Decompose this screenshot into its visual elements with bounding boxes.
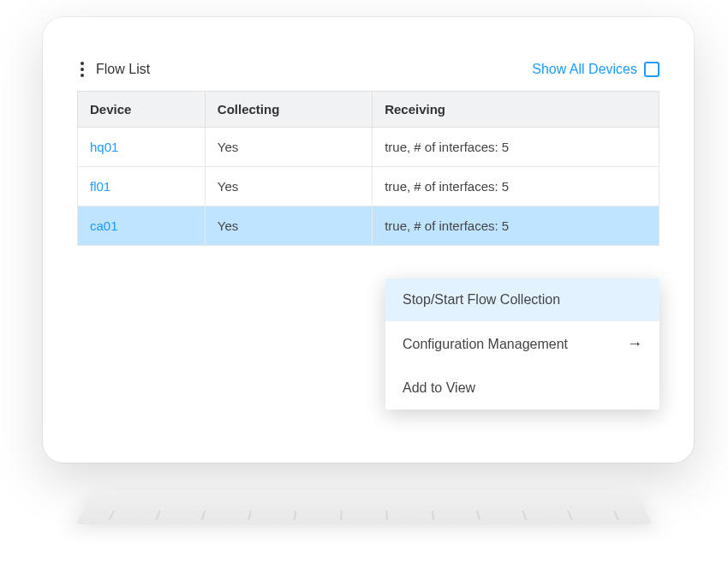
cell-collecting: Yes (205, 206, 372, 246)
table-row[interactable]: ca01Yestrue, # of interfaces: 5 (78, 206, 659, 246)
device-link[interactable]: hq01 (90, 140, 118, 154)
cell-receiving: true, # of interfaces: 5 (373, 167, 659, 206)
panel-title-wrap: Flow List (77, 58, 150, 81)
keyboard-mockup (75, 490, 653, 524)
panel-title: Flow List (96, 62, 150, 77)
show-all-devices-toggle[interactable]: Show All Devices (532, 62, 659, 77)
cell-receiving: true, # of interfaces: 5 (373, 206, 659, 246)
context-menu-item[interactable]: Configuration Management→ (385, 321, 659, 367)
col-header-collecting[interactable]: Collecting (205, 92, 372, 128)
cell-device: hq01 (78, 128, 206, 167)
menu-item-label: Stop/Start Flow Collection (403, 292, 560, 308)
device-mockup-frame: Flow List Show All Devices Device Collec… (43, 17, 694, 463)
table-row[interactable]: fl01Yestrue, # of interfaces: 5 (78, 167, 659, 206)
device-link[interactable]: ca01 (90, 218, 118, 233)
cell-device: fl01 (78, 167, 206, 206)
context-menu: Stop/Start Flow CollectionConfiguration … (385, 278, 659, 410)
col-header-device[interactable]: Device (78, 92, 206, 128)
context-menu-item[interactable]: Add to View (385, 367, 659, 410)
panel-header: Flow List Show All Devices (77, 51, 659, 91)
flow-list-table: Device Collecting Receiving hq01Yestrue,… (77, 91, 659, 246)
show-all-checkbox[interactable] (644, 62, 659, 77)
menu-item-label: Add to View (403, 380, 475, 396)
device-link[interactable]: fl01 (90, 179, 110, 194)
cell-collecting: Yes (205, 167, 372, 206)
context-menu-item[interactable]: Stop/Start Flow Collection (385, 278, 659, 321)
show-all-label: Show All Devices (532, 62, 637, 77)
col-header-receiving[interactable]: Receiving (373, 92, 659, 128)
table-header-row: Device Collecting Receiving (78, 92, 659, 128)
table-row[interactable]: hq01Yestrue, # of interfaces: 5 (78, 128, 659, 167)
cell-device: ca01 (78, 206, 206, 246)
menu-item-label: Configuration Management (403, 337, 568, 352)
cell-receiving: true, # of interfaces: 5 (373, 128, 659, 167)
arrow-right-icon: → (627, 335, 642, 353)
cell-collecting: Yes (205, 128, 372, 167)
more-vertical-icon[interactable] (77, 58, 87, 81)
